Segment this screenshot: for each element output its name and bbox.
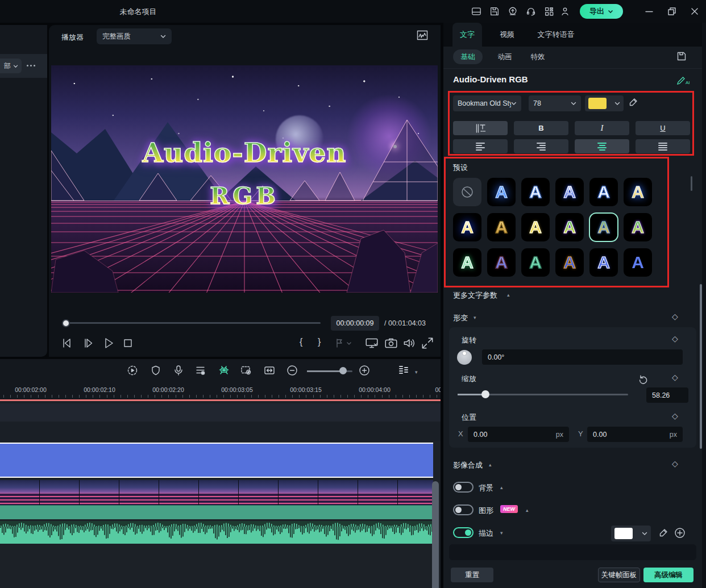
display-device-button[interactable] [364, 336, 379, 351]
rotate-input[interactable]: 0.00° [482, 349, 683, 365]
transform-caret-icon[interactable]: ▾ [474, 315, 476, 320]
mark-out-button[interactable]: } [318, 337, 321, 347]
marker-button[interactable] [333, 336, 346, 351]
volume-button[interactable] [402, 336, 417, 351]
preset-tile[interactable]: A [521, 248, 550, 277]
preset-tile[interactable]: A [589, 248, 618, 277]
smart-edit-tool-icon[interactable] [218, 365, 230, 376]
font-color-dropdown[interactable] [585, 95, 624, 111]
italic-button[interactable]: I [575, 121, 629, 135]
presets-scrollbar[interactable] [691, 176, 692, 191]
preset-tile[interactable]: A [624, 178, 652, 206]
eyedropper-icon[interactable] [628, 97, 638, 107]
preset-tile[interactable]: A [555, 248, 584, 277]
audio-mixer-icon[interactable] [195, 365, 206, 376]
align-right-button[interactable] [514, 139, 568, 153]
position-keyframe-icon[interactable]: ◇ [672, 411, 678, 420]
preview-render-icon[interactable] [240, 365, 252, 376]
subtab-effects[interactable]: 特效 [525, 49, 550, 64]
render-preview-icon[interactable] [127, 365, 138, 376]
fit-timeline-icon[interactable] [264, 365, 275, 376]
scale-slider-handle[interactable] [481, 390, 489, 398]
scale-input[interactable]: 58.26 [646, 387, 688, 403]
marker-flag-icon[interactable] [150, 365, 161, 376]
align-center-button[interactable] [575, 139, 629, 153]
close-icon[interactable] [690, 7, 699, 16]
align-justify-button[interactable] [636, 139, 690, 153]
more-options-button[interactable] [27, 65, 35, 66]
position-x-input[interactable]: 0.00px [468, 427, 569, 442]
tab-text[interactable]: 文字 [452, 23, 482, 47]
preset-tile-none[interactable] [453, 178, 481, 206]
stroke-color-dropdown[interactable] [611, 526, 651, 541]
subtab-basic[interactable]: 基础 [453, 49, 483, 64]
play-button[interactable] [101, 336, 116, 351]
transform-keyframe-icon[interactable]: ◇ [672, 312, 678, 321]
font-family-dropdown[interactable]: Bookman Old Sty [453, 95, 521, 111]
text-clip-selected[interactable] [0, 443, 433, 478]
preset-tile[interactable]: A [589, 178, 618, 206]
audio-clip[interactable] [0, 521, 433, 544]
export-button[interactable]: 导出 [580, 4, 623, 19]
save-preset-icon[interactable] [676, 51, 687, 61]
preset-tile[interactable]: A [555, 178, 584, 206]
background-toggle[interactable] [453, 482, 474, 493]
reset-scale-icon[interactable] [637, 374, 647, 384]
quality-dropdown[interactable]: 完整画质 [97, 28, 172, 44]
cloud-upload-icon[interactable] [508, 6, 518, 16]
marker-chevron-icon[interactable] [346, 336, 352, 351]
bold-button[interactable]: B [514, 121, 568, 135]
tab-video[interactable]: 视频 [492, 23, 522, 47]
reset-button[interactable]: 重置 [451, 568, 493, 582]
layout-icon[interactable] [471, 6, 481, 16]
apps-grid-icon[interactable] [544, 6, 554, 16]
media-filter-dropdown[interactable]: 部 [0, 59, 22, 73]
fullscreen-button[interactable] [420, 336, 435, 351]
ai-edit-button[interactable]: AI [676, 75, 691, 85]
vertical-text-button[interactable] [453, 121, 508, 135]
font-size-dropdown[interactable]: 78 [529, 95, 581, 111]
preset-tile[interactable]: A [487, 248, 516, 277]
scale-keyframe-icon[interactable]: ◇ [672, 373, 678, 382]
seek-track[interactable] [66, 322, 321, 324]
preset-tile[interactable]: A [453, 248, 481, 277]
compositing-keyframe-icon[interactable]: ◇ [672, 459, 678, 468]
stop-button[interactable] [121, 336, 135, 351]
preset-tile[interactable]: A [624, 213, 652, 241]
track-manager-icon[interactable] [398, 365, 409, 376]
position-y-input[interactable]: 0.00px [587, 427, 683, 442]
keyframe-panel-button[interactable]: 关键帧面板 [598, 568, 640, 582]
timeline-scrollbar[interactable] [432, 481, 439, 588]
preset-tile[interactable]: A [521, 213, 550, 241]
previous-frame-button[interactable] [59, 336, 74, 351]
shape-caret-icon[interactable]: ▴ [526, 507, 529, 513]
user-icon[interactable] [560, 6, 570, 16]
compositing-caret-icon[interactable]: ▴ [489, 462, 492, 468]
compositing-section-label[interactable]: 影像合成 [453, 460, 483, 470]
panel-scrollbar[interactable] [700, 284, 702, 449]
mark-in-button[interactable]: { [300, 337, 302, 347]
align-left-button[interactable] [453, 139, 508, 153]
snapshot-button[interactable] [384, 336, 398, 351]
collapse-caret-icon[interactable]: ▴ [507, 292, 510, 298]
rotate-keyframe-icon[interactable]: ◇ [672, 334, 678, 343]
minimize-icon[interactable] [645, 7, 654, 16]
preset-tile[interactable]: A [624, 248, 652, 277]
zoom-out-icon[interactable] [286, 365, 298, 376]
rotate-knob[interactable] [457, 350, 472, 365]
zoom-slider-handle[interactable] [339, 367, 347, 374]
preset-tile[interactable]: A [487, 213, 516, 241]
preset-tile[interactable]: A [555, 213, 584, 241]
seek-handle[interactable] [62, 319, 70, 327]
preset-tile[interactable]: A [589, 213, 618, 241]
stroke-caret-icon[interactable]: ▾ [500, 530, 503, 536]
preset-tile[interactable]: A [487, 178, 516, 206]
track-manager-caret-icon[interactable]: ▾ [415, 369, 418, 375]
save-icon[interactable] [489, 6, 500, 16]
stroke-eyedropper-icon[interactable] [658, 528, 668, 538]
shape-toggle[interactable] [453, 504, 474, 515]
next-frame-button[interactable] [81, 336, 95, 351]
zoom-in-icon[interactable] [359, 365, 370, 376]
headset-icon[interactable] [526, 6, 536, 16]
background-caret-icon[interactable]: ▴ [500, 485, 503, 490]
